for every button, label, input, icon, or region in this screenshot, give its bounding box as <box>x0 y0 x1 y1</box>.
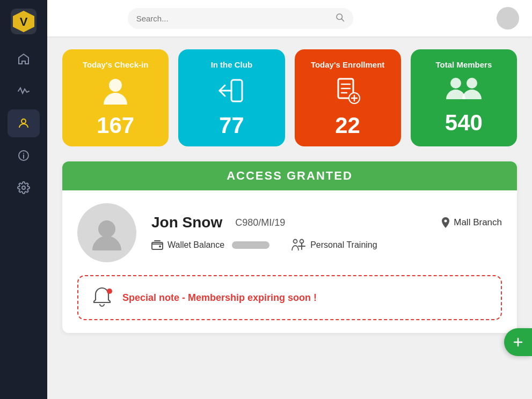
stat-label-enrollment: Today's Enrollment <box>311 60 384 69</box>
svg-point-6 <box>23 153 24 154</box>
search-box[interactable] <box>128 8 353 29</box>
member-name: Jon Snow <box>151 214 222 231</box>
member-id: C980/MI/19 <box>235 217 285 228</box>
inclub-icon <box>215 75 247 111</box>
wallet-icon <box>151 240 163 250</box>
wallet-bar <box>232 241 269 249</box>
pt-info: Personal Training <box>291 239 377 252</box>
special-note-text: Special note - Membership expiring soon … <box>122 292 317 304</box>
member-info-row: Wallet Balance <box>151 239 502 252</box>
stats-row: Today's Check-in 167 In the Club <box>62 49 517 146</box>
stat-number-checkin: 167 <box>97 114 134 137</box>
stat-number-members: 540 <box>445 112 483 134</box>
special-note: Special note - Membership expiring soon … <box>77 275 502 320</box>
svg-point-7 <box>22 186 25 189</box>
member-location: Mall Branch <box>441 217 502 228</box>
personal-training-icon <box>291 239 306 252</box>
svg-point-20 <box>450 78 461 88</box>
stat-card-checkin[interactable]: Today's Check-in 167 <box>62 49 169 146</box>
location-icon <box>441 217 450 228</box>
stat-card-members[interactable]: Total Members 540 <box>411 49 517 146</box>
wallet-info: Wallet Balance <box>151 240 269 250</box>
sidebar-item-settings[interactable] <box>8 174 40 202</box>
svg-rect-11 <box>231 80 242 101</box>
svg-point-21 <box>467 78 477 88</box>
bell-icon <box>91 286 113 309</box>
svg-rect-24 <box>152 242 163 249</box>
content-area: Today's Check-in 167 In the Club <box>47 36 532 399</box>
search-icon <box>335 12 345 25</box>
access-section: ACCESS GRANTED Jon Snow C980/MI <box>62 161 517 333</box>
member-details: Jon Snow C980/MI/19 Mall Branch <box>151 214 502 252</box>
svg-point-30 <box>107 289 112 294</box>
branch-name: Mall Branch <box>454 217 502 228</box>
sidebar-logo: V <box>11 9 37 34</box>
svg-point-26 <box>294 240 297 243</box>
sidebar-item-info[interactable] <box>8 142 40 169</box>
member-name-row: Jon Snow C980/MI/19 Mall Branch <box>151 214 502 231</box>
pt-label: Personal Training <box>310 240 377 250</box>
stat-label-checkin: Today's Check-in <box>83 60 148 69</box>
main-content: Today's Check-in 167 In the Club <box>47 0 532 399</box>
svg-text:V: V <box>20 15 28 28</box>
avatar <box>497 7 519 29</box>
search-input[interactable] <box>136 14 331 23</box>
stat-card-inclub[interactable]: In the Club 77 <box>178 49 285 146</box>
access-header: ACCESS GRANTED <box>62 161 517 190</box>
member-row: Jon Snow C980/MI/19 Mall Branch <box>77 203 502 262</box>
topbar <box>47 0 532 36</box>
svg-point-23 <box>444 220 447 223</box>
stat-label-inclub: In the Club <box>211 60 253 69</box>
svg-point-25 <box>159 246 161 248</box>
sidebar-item-members[interactable] <box>8 109 40 137</box>
fab-button[interactable] <box>504 328 532 356</box>
stat-label-members: Total Members <box>436 60 492 69</box>
svg-point-3 <box>21 119 26 123</box>
svg-line-9 <box>341 19 344 21</box>
sidebar-item-home[interactable] <box>8 45 40 73</box>
svg-point-10 <box>109 79 122 92</box>
stat-card-enrollment[interactable]: Today's Enrollment 22 <box>295 49 401 146</box>
sidebar: V <box>0 0 47 399</box>
wallet-label: Wallet Balance <box>167 240 224 250</box>
svg-point-22 <box>98 220 115 238</box>
enrollment-icon <box>332 75 364 111</box>
stat-number-enrollment: 22 <box>335 114 360 137</box>
member-avatar <box>77 203 136 262</box>
checkin-icon <box>99 75 132 111</box>
stat-number-inclub: 77 <box>219 114 244 137</box>
members-icon <box>445 75 483 108</box>
access-body: Jon Snow C980/MI/19 Mall Branch <box>62 190 517 333</box>
sidebar-item-activity[interactable] <box>8 77 40 105</box>
